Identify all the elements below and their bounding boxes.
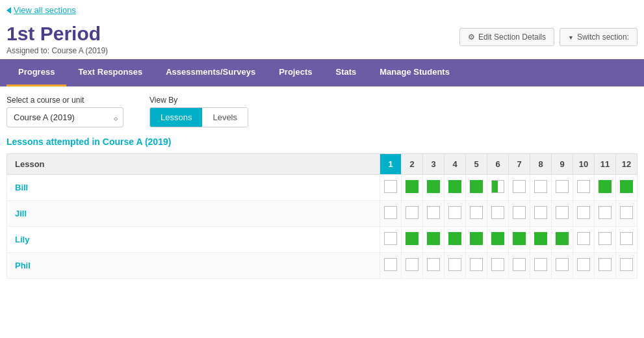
cell-phil-9 [552,253,573,279]
cell-box [620,258,633,271]
switch-section-button[interactable]: Switch section: [560,28,638,46]
column-header-6: 6 [487,154,509,175]
lessons-header: Lessons attempted in Course A (2019) [6,136,638,147]
cell-phil-11 [595,253,616,279]
back-link[interactable]: View all sections [0,0,83,20]
cell-bill-4 [444,175,466,201]
cell-box [534,206,547,219]
cell-box [470,180,483,193]
cell-box [620,232,633,245]
cell-phil-12 [616,253,638,279]
cell-lily-2 [402,227,423,253]
cell-phil-4 [444,253,466,279]
cell-box [448,206,461,219]
cell-phil-7 [509,253,530,279]
cell-box [556,206,569,219]
cell-jill-6 [487,201,509,227]
student-name[interactable]: Lily [7,227,380,253]
title-group: 1st Period Assigned to: Course A (2019) [6,23,108,55]
cell-lily-3 [423,227,444,253]
cell-phil-6 [487,253,509,279]
student-name[interactable]: Bill [7,175,380,201]
edit-section-button[interactable]: Edit Section Details [459,28,554,46]
cell-box [513,232,526,245]
cell-bill-2 [402,175,423,201]
tab-assessments[interactable]: Assessments/Surveys [154,59,267,86]
cell-phil-3 [423,253,444,279]
cell-box [577,258,590,271]
toggle-lessons[interactable]: Lessons [150,108,202,127]
header-actions: Edit Section Details Switch section: [459,28,638,46]
cell-box [577,232,590,245]
cell-box [448,180,461,193]
edit-section-label: Edit Section Details [478,32,546,42]
cell-phil-5 [466,253,487,279]
cell-box [470,258,483,271]
content-area: Select a course or unit Course A (2019) … [0,86,644,288]
cell-jill-9 [552,201,573,227]
toggle-levels[interactable]: Levels [202,108,248,127]
cell-bill-9 [552,175,573,201]
cell-lily-8 [530,227,552,253]
cell-jill-12 [616,201,638,227]
column-header-9: 9 [552,154,573,175]
cell-lily-5 [466,227,487,253]
view-by-toggle: LessonsLevels [149,107,248,127]
table-row: Lily [7,227,638,253]
cell-box [491,232,504,245]
cell-box [620,180,633,193]
table-row: Bill [7,175,638,201]
cell-lily-7 [509,227,530,253]
cell-phil-1 [380,253,402,279]
cell-jill-1 [380,201,402,227]
cell-bill-11 [595,175,616,201]
view-by-label: View By [149,96,248,105]
cell-box [620,206,633,219]
cell-jill-3 [423,201,444,227]
course-selector-group: Select a course or unit Course A (2019) … [6,96,123,127]
cell-jill-2 [402,201,423,227]
tab-text-responses[interactable]: Text Responses [66,59,154,86]
tab-progress[interactable]: Progress [6,59,66,86]
course-select-wrapper: Course A (2019) ⬦ [6,107,123,127]
student-name[interactable]: Phil [7,253,380,279]
cell-box [491,258,504,271]
cell-lily-12 [616,227,638,253]
cell-box [427,258,440,271]
assigned-to: Assigned to: Course A (2019) [6,46,108,55]
cell-box [384,232,397,245]
cell-box [406,180,419,193]
column-header-5: 5 [466,154,487,175]
tab-stats[interactable]: Stats [324,59,368,86]
cell-box [534,258,547,271]
chevron-left-icon [6,7,11,14]
tab-projects[interactable]: Projects [267,59,324,86]
lessons-header-prefix: Lessons attempted in [6,136,100,147]
tab-manage-students[interactable]: Manage Students [368,59,461,86]
cell-bill-1 [380,175,402,201]
column-header-4: 4 [444,154,466,175]
caret-icon [568,32,574,42]
cell-box [448,258,461,271]
nav-tabs: ProgressText ResponsesAssessments/Survey… [0,59,644,86]
cell-bill-3 [423,175,444,201]
cell-lily-4 [444,227,466,253]
cell-box [534,232,547,245]
cell-lily-11 [595,227,616,253]
column-header-2: 2 [402,154,423,175]
cell-lily-6 [487,227,509,253]
student-name[interactable]: Jill [7,201,380,227]
cell-box [384,258,397,271]
column-header-lesson: Lesson [7,154,380,175]
cell-bill-8 [530,175,552,201]
page-title: 1st Period [6,23,108,45]
course-select[interactable]: Course A (2019) [6,107,123,127]
course-selector-label: Select a course or unit [6,96,123,105]
cell-box [384,180,397,193]
cell-box [599,180,612,193]
column-header-7: 7 [509,154,530,175]
cell-box [448,232,461,245]
cell-bill-7 [509,175,530,201]
column-header-11: 11 [595,154,616,175]
gear-icon [468,32,475,42]
